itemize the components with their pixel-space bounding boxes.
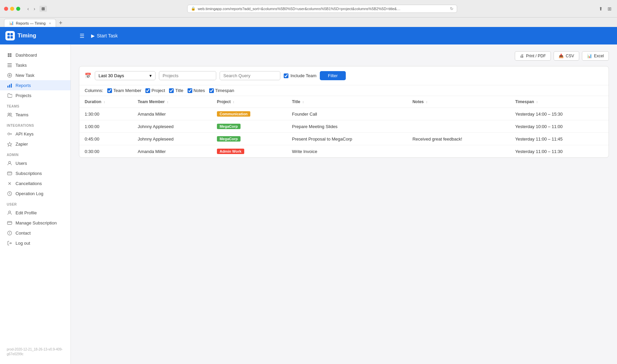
svg-rect-9 xyxy=(9,85,10,88)
column-team-member-toggle[interactable]: Team Member xyxy=(107,88,141,93)
column-title-checkbox[interactable] xyxy=(169,88,174,93)
cell-notes xyxy=(407,120,510,133)
cell-duration: 1:30:00 xyxy=(79,108,132,120)
cell-notes xyxy=(407,145,510,158)
sidebar-item-tasks[interactable]: Tasks xyxy=(0,60,71,70)
sidebar-item-new-task[interactable]: New Task xyxy=(0,70,71,80)
tab-close-button[interactable]: × xyxy=(49,21,51,25)
project-badge: MegaCorp xyxy=(217,124,241,129)
search-query-input[interactable] xyxy=(220,71,280,80)
sidebar-label-projects: Projects xyxy=(16,93,31,98)
print-pdf-button[interactable]: 🖨 Print / PDF xyxy=(515,51,551,61)
traffic-light-red[interactable] xyxy=(4,7,8,11)
zapier-icon xyxy=(7,141,12,147)
share-button[interactable]: ⬆ xyxy=(597,5,604,12)
col-header-notes[interactable]: Notes ↕ xyxy=(407,96,510,108)
column-team-member-checkbox[interactable] xyxy=(107,88,112,93)
projects-input[interactable] xyxy=(159,71,216,80)
add-tab-button[interactable]: + xyxy=(56,20,65,27)
teams-icon xyxy=(7,112,12,117)
svg-rect-5 xyxy=(7,65,12,65)
svg-rect-3 xyxy=(10,36,13,38)
sidebar-item-operation-log[interactable]: Operation Log xyxy=(0,188,71,199)
sidebar-item-reports[interactable]: Reports xyxy=(0,80,71,90)
title-sort-icon: ↕ xyxy=(302,100,304,104)
url-bar[interactable]: web.timingapp.com/reports?add_sort=&colu… xyxy=(198,7,400,11)
column-notes-checkbox[interactable] xyxy=(188,88,192,93)
svg-rect-1 xyxy=(10,33,13,35)
contact-icon xyxy=(7,230,12,236)
traffic-light-green[interactable] xyxy=(16,7,20,11)
cell-team-member: Johnny Appleseed xyxy=(132,133,212,145)
svg-point-13 xyxy=(8,133,10,135)
column-timespan-toggle[interactable]: Timespan xyxy=(209,88,234,93)
sidebar-item-log-out[interactable]: Log out xyxy=(0,238,71,248)
svg-rect-19 xyxy=(7,221,12,224)
forward-button[interactable]: › xyxy=(32,5,37,12)
include-team-container: Include Team xyxy=(284,73,316,78)
sidebar-label-zapier: Zapier xyxy=(16,142,28,147)
cell-project: Admin Work xyxy=(212,145,287,158)
col-header-team-member[interactable]: Team Member ↕ xyxy=(132,96,212,108)
new-tab-button[interactable]: ⊞ xyxy=(606,5,613,12)
sidebar-item-zapier[interactable]: Zapier xyxy=(0,139,71,149)
sidebar-item-users[interactable]: Users xyxy=(0,158,71,168)
table-row: 1:00:00 Johnny Appleseed MegaCorp Prepar… xyxy=(79,120,609,133)
column-project-checkbox[interactable] xyxy=(145,88,150,93)
duration-sort-icon: ↕ xyxy=(104,100,105,104)
sidebar-item-contact[interactable]: Contact xyxy=(0,228,71,238)
csv-icon: 📥 xyxy=(559,54,564,58)
cell-notes: Received great feedback! xyxy=(407,133,510,145)
tasks-icon xyxy=(7,62,12,68)
col-header-duration[interactable]: Duration ↕ xyxy=(79,96,132,108)
column-notes-toggle[interactable]: Notes xyxy=(188,88,205,93)
col-header-timespan[interactable]: Timespan ↕ xyxy=(510,96,609,108)
sidebar: Dashboard Tasks New Task Reports xyxy=(0,44,71,364)
date-range-select[interactable]: Last 30 Days ▾ xyxy=(95,71,156,80)
sidebar-item-teams[interactable]: Teams xyxy=(0,110,71,120)
svg-marker-14 xyxy=(7,142,12,146)
back-button[interactable]: ‹ xyxy=(26,5,31,12)
active-tab[interactable]: 📊 Reports — Timing × xyxy=(4,19,56,27)
cell-team-member: Amanda Miller xyxy=(132,108,212,120)
date-range-label: Last 30 Days xyxy=(99,73,124,78)
sidebar-label-manage-subscription: Manage Subscription xyxy=(16,220,57,225)
svg-rect-0 xyxy=(7,33,10,35)
traffic-light-yellow[interactable] xyxy=(10,7,14,11)
column-title-label: Title xyxy=(175,88,183,93)
cell-team-member: Johnny Appleseed xyxy=(132,120,212,133)
sidebar-item-subscriptions[interactable]: Subscriptions xyxy=(0,168,71,178)
sidebar-item-api-keys[interactable]: API Keys xyxy=(0,129,71,139)
sidebar-item-manage-subscription[interactable]: Manage Subscription xyxy=(0,218,71,228)
main-content: 🖨 Print / PDF 📥 CSV 📊 Excel 📅 xyxy=(71,44,617,364)
table-row: 0:45:00 Johnny Appleseed MegaCorp Presen… xyxy=(79,133,609,145)
sidebar-item-projects[interactable]: Projects xyxy=(0,90,71,100)
project-badge: Admin Work xyxy=(217,149,244,154)
reports-icon xyxy=(7,83,12,88)
column-notes-label: Notes xyxy=(194,88,205,93)
column-title-toggle[interactable]: Title xyxy=(169,88,183,93)
columns-bar: Columns: Team Member Project Title xyxy=(79,85,609,96)
col-header-title[interactable]: Title ↕ xyxy=(286,96,407,108)
dropdown-chevron-icon: ▾ xyxy=(149,73,152,78)
hamburger-button[interactable]: ☰ xyxy=(78,31,86,40)
csv-button[interactable]: 📥 CSV xyxy=(554,51,579,61)
notes-header-label: Notes xyxy=(413,99,424,104)
sidebar-item-cancellations[interactable]: Cancellations xyxy=(0,178,71,188)
sidebar-label-api-keys: API Keys xyxy=(16,131,33,136)
excel-button[interactable]: 📊 Excel xyxy=(582,51,609,61)
sidebar-item-edit-profile[interactable]: Edit Profile xyxy=(0,208,71,218)
include-team-checkbox[interactable] xyxy=(284,73,288,78)
app-name: Timing xyxy=(18,32,36,39)
app-logo: Timing xyxy=(5,31,73,40)
col-header-project[interactable]: Project ↕ xyxy=(212,96,287,108)
column-project-toggle[interactable]: Project xyxy=(145,88,165,93)
sidebar-label-subscriptions: Subscriptions xyxy=(16,171,42,176)
version-label: prod-2020-12-21_18-26-13-v0.9-409-g67e02… xyxy=(0,343,71,361)
filter-button[interactable]: Filter xyxy=(320,71,346,80)
cell-timespan: Yesterday 10:00 – 11:00 xyxy=(510,120,609,133)
sidebar-item-dashboard[interactable]: Dashboard xyxy=(0,50,71,60)
start-task-button[interactable]: ▶ Start Task xyxy=(91,33,118,38)
column-timespan-checkbox[interactable] xyxy=(209,88,214,93)
sidebar-label-users: Users xyxy=(16,161,27,166)
